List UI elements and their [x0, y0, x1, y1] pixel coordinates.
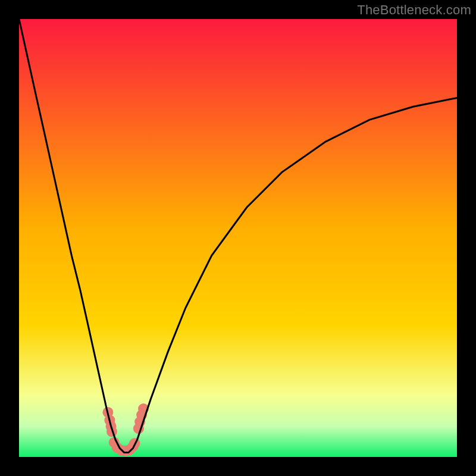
- chart-root: TheBottleneck.com: [0, 0, 476, 476]
- watermark: TheBottleneck.com: [357, 2, 471, 18]
- plot-background: [19, 19, 457, 457]
- chart-svg: [0, 0, 476, 476]
